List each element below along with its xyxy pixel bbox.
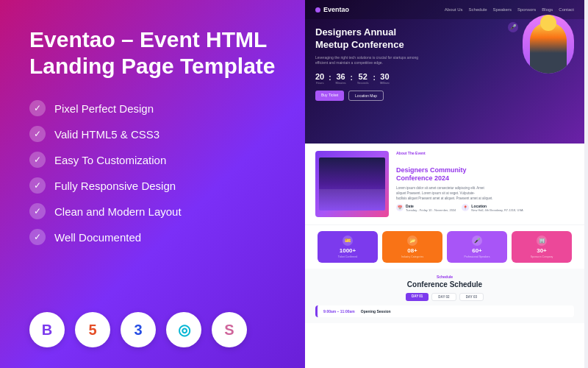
- stat-label: Sponsors Company: [531, 255, 553, 258]
- mock-schedule-section: Schedule Conference Schedule DAY 01DAY 0…: [305, 269, 584, 323]
- feature-label: Easy To Customization: [54, 154, 166, 166]
- mock-buy-ticket-btn[interactable]: Buy Ticket: [315, 91, 344, 101]
- tech-icon-css3: 3: [121, 312, 156, 347]
- count-label: Seconds: [357, 81, 369, 85]
- mock-logo: Eventao: [315, 6, 349, 13]
- schedule-tab[interactable]: DAY 02: [431, 293, 456, 301]
- mock-schedule-session: Opening Session: [361, 309, 391, 314]
- tech-icon-sass: S: [212, 312, 247, 347]
- tech-icon-tailwind: ◎: [166, 312, 201, 347]
- countdown-item: 20 Hours: [315, 72, 324, 85]
- mock-location-text: New Hall, 4th Broadway, R7-1318, USA: [471, 208, 523, 213]
- mock-about-section: About The Event Designers Community Conf…: [305, 144, 584, 224]
- stat-label: Ticket Confirmed: [338, 255, 357, 258]
- stat-icon: 📂: [407, 236, 417, 246]
- feature-item: ✓ Pixel Perfect Design: [29, 100, 276, 116]
- mock-schedule-row: 9:00am – 11:00am Opening Session: [315, 305, 574, 317]
- stat-label: Industry Categories: [401, 255, 423, 258]
- preview-container: Eventao About UsScheduleSpeakersSponsors…: [305, 0, 588, 368]
- mock-nav-link[interactable]: Schedule: [469, 7, 487, 12]
- mock-schedule-label: Schedule: [315, 275, 574, 279]
- mock-hero-buttons: Buy Ticket Location Map: [315, 91, 574, 101]
- mock-stat-card: 🎫 1000+ Ticket Confirmed: [318, 231, 378, 263]
- mock-stat-card: 📂 08+ Industry Categories: [382, 231, 442, 263]
- stat-icon: 🎫: [343, 236, 353, 246]
- mock-hero-subtitle: Leveraging the right tech solutions is c…: [315, 55, 574, 66]
- tech-icon-bootstrap: B: [29, 312, 65, 347]
- count-number: 20: [315, 72, 324, 81]
- check-icon: ✓: [29, 126, 46, 142]
- stat-number: 1000+: [340, 247, 356, 254]
- mock-location-btn[interactable]: Location Map: [348, 91, 384, 101]
- mock-about-image-inner: [315, 151, 389, 217]
- countdown-item: 52 Seconds: [357, 72, 369, 85]
- tech-icon-html5: 5: [75, 312, 110, 347]
- right-panel: Eventao About UsScheduleSpeakersSponsors…: [305, 0, 588, 368]
- mock-nav-link[interactable]: Speakers: [493, 7, 512, 12]
- count-number: 52: [357, 72, 369, 81]
- count-label: Minutes: [336, 81, 346, 85]
- feature-item: ✓ Valid HTML5 & CSS3: [29, 126, 276, 142]
- feature-label: Pixel Perfect Design: [54, 102, 154, 115]
- mock-nav-link[interactable]: Sponsors: [517, 7, 536, 12]
- stat-icon: 🏢: [537, 236, 547, 246]
- mock-detail-date: 📅 Date Tuesday - Friday 10 - November, 2…: [396, 204, 456, 213]
- check-icon: ✓: [29, 203, 46, 219]
- mock-about-text1: Lorem ipsum dolor sit amet consectetur a…: [396, 186, 574, 201]
- mock-crowd: [319, 158, 385, 210]
- stat-number: 60+: [472, 247, 482, 254]
- stat-number: 30+: [537, 247, 547, 254]
- check-icon: ✓: [29, 100, 46, 116]
- check-icon: ✓: [29, 229, 46, 245]
- mock-detail-location: 📍 Location New Hall, 4th Broadway, R7-13…: [462, 204, 523, 213]
- count-number: 30: [380, 72, 390, 81]
- mock-date-text: Tuesday - Friday 10 - November, 2024: [406, 208, 456, 213]
- stat-icon: 🎤: [472, 236, 482, 246]
- schedule-tab[interactable]: DAY 03: [459, 293, 484, 301]
- mock-stat-card: 🏢 30+ Sponsors Company: [512, 231, 572, 263]
- count-label: Hours: [315, 81, 324, 85]
- feature-label: Fully Responsive Design: [54, 180, 176, 192]
- left-panel: Eventao – Event HTML Landing Page Templa…: [0, 0, 305, 368]
- mock-countdown: 20 Hours : 36 Minutes : 52 Seconds : 30 …: [315, 72, 574, 85]
- mock-about-details: 📅 Date Tuesday - Friday 10 - November, 2…: [396, 204, 574, 213]
- main-title: Eventao – Event HTML Landing Page Templa…: [29, 26, 276, 79]
- feature-label: Clean and Modern Layout: [54, 205, 182, 218]
- check-icon: ✓: [29, 152, 46, 168]
- countdown-colon: :: [373, 72, 376, 85]
- schedule-tab[interactable]: DAY 01: [406, 293, 429, 301]
- count-number: 36: [336, 72, 346, 81]
- mock-about-image: [315, 151, 389, 217]
- countdown-item: 36 Minutes: [336, 72, 346, 85]
- feature-item: ✓ Well Documented: [29, 229, 276, 245]
- mock-website: Eventao About UsScheduleSpeakersSponsors…: [305, 0, 584, 368]
- feature-label: Valid HTML5 & CSS3: [54, 128, 159, 141]
- mock-nav-link[interactable]: Contact: [559, 7, 574, 12]
- feature-item: ✓ Clean and Modern Layout: [29, 203, 276, 219]
- countdown-colon: :: [329, 72, 331, 85]
- mock-about-content: About The Event Designers Community Conf…: [396, 151, 574, 217]
- mock-about-label: About The Event: [396, 151, 574, 155]
- mock-stats-section: 🎫 1000+ Ticket Confirmed 📂 08+ Industry …: [305, 224, 584, 269]
- mock-nav-links: About UsScheduleSpeakersSponsorsBlogsCon…: [445, 7, 574, 12]
- mock-stat-card: 🎤 60+ Professional Speakers: [447, 231, 507, 263]
- mock-nav-link[interactable]: Blogs: [542, 7, 553, 12]
- feature-label: Well Documented: [54, 231, 141, 244]
- stat-label: Professional Speakers: [464, 255, 490, 258]
- mock-schedule-title: Conference Schedule: [315, 280, 574, 289]
- countdown-colon: :: [351, 72, 353, 85]
- feature-item: ✓ Easy To Customization: [29, 152, 276, 168]
- mock-logo-dot: [315, 7, 320, 13]
- countdown-item: 30 Millisec: [380, 72, 390, 85]
- mock-schedule-tabs: DAY 01DAY 02DAY 03: [315, 293, 574, 301]
- stat-number: 08+: [407, 247, 417, 254]
- mock-hero-title: Designers Annual Meetup Conference: [315, 26, 574, 52]
- mock-hero-section: Eventao About UsScheduleSpeakersSponsors…: [305, 0, 584, 144]
- mock-location-icon: 📍: [462, 204, 469, 211]
- check-icon: ✓: [29, 177, 46, 194]
- mock-schedule-time: 9:00am – 11:00am: [323, 309, 355, 314]
- feature-item: ✓ Fully Responsive Design: [29, 177, 276, 194]
- mock-hero-content: Designers Annual Meetup Conference Lever…: [305, 19, 584, 108]
- mock-nav-link[interactable]: About Us: [445, 7, 463, 12]
- mock-calendar-icon: 📅: [396, 204, 404, 211]
